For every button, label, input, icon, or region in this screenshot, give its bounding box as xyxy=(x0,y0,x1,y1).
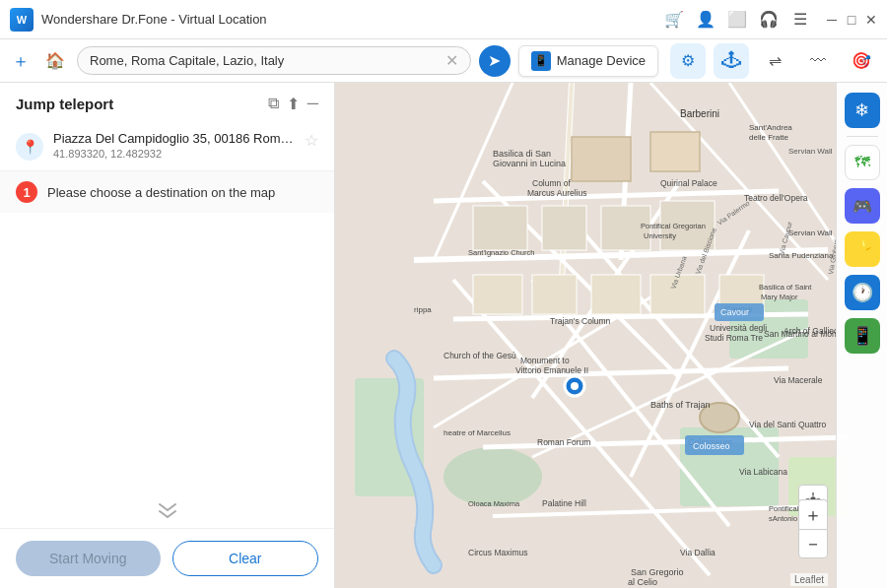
map-area[interactable]: Basilica di San Giovanni in Lucina Barbe… xyxy=(335,83,887,588)
close-button[interactable]: ✕ xyxy=(865,14,877,26)
location-icon-wrap: 📍 xyxy=(16,133,43,161)
star-app-icon[interactable]: ⭐ xyxy=(845,231,880,267)
svg-text:Church of the Gesù: Church of the Gesù xyxy=(444,351,516,360)
panel-spacer xyxy=(0,213,334,494)
svg-text:Via del Santi Quattro: Via del Santi Quattro xyxy=(749,420,827,429)
svg-rect-30 xyxy=(473,275,522,314)
zoom-in-button[interactable]: ＋ xyxy=(798,499,828,529)
titlebar: W Wondershare Dr.Fone - Virtual Location… xyxy=(0,0,887,39)
svg-text:Sant'Andrea: Sant'Andrea xyxy=(749,123,792,132)
svg-text:University: University xyxy=(644,231,676,240)
svg-text:Giovanni in Lucina: Giovanni in Lucina xyxy=(493,159,566,168)
svg-rect-32 xyxy=(591,275,641,314)
svg-text:Palatine Hill: Palatine Hill xyxy=(542,498,586,508)
svg-text:Servian Wall: Servian Wall xyxy=(788,229,833,237)
export-icon[interactable]: ⬆ xyxy=(287,95,300,113)
minimize-button[interactable]: ─ xyxy=(826,14,838,26)
svg-rect-31 xyxy=(532,275,577,314)
clear-button[interactable]: Clear xyxy=(172,541,319,576)
svg-text:Sant'Ignazio Church: Sant'Ignazio Church xyxy=(468,248,534,257)
svg-text:Cavour: Cavour xyxy=(720,307,749,317)
svg-text:Circus Maximus: Circus Maximus xyxy=(468,548,527,557)
svg-text:Colosseo: Colosseo xyxy=(693,441,730,451)
svg-text:sAntonio: sAntonio xyxy=(769,514,797,523)
headset-icon[interactable]: 🎧 xyxy=(759,10,779,30)
app-logo: W xyxy=(10,8,34,32)
minimize-panel-icon[interactable]: ─ xyxy=(307,95,318,113)
svg-text:heatre of Marcellus: heatre of Marcellus xyxy=(444,428,511,437)
svg-text:Basilica of Saint: Basilica of Saint xyxy=(759,283,812,292)
svg-text:Oloaca Maxima: Oloaca Maxima xyxy=(468,499,520,508)
building-icon: 🏠 xyxy=(41,51,69,70)
location-text: Piazza Del Campidoglio 35, 00186 Roma ..… xyxy=(53,131,295,160)
find-app-icon[interactable]: 📱 xyxy=(845,318,880,354)
chevron-down-icon[interactable] xyxy=(0,494,334,528)
error-item: 1 Please choose a destination on the map xyxy=(0,171,334,213)
svg-text:Servian Wall: Servian Wall xyxy=(788,147,833,156)
manage-device-button[interactable]: 📱 Manage Device xyxy=(518,45,658,77)
discord-app-icon[interactable]: 🎮 xyxy=(845,188,880,224)
svg-text:al Celio: al Celio xyxy=(628,577,657,587)
clock-app-icon[interactable]: 🕐 xyxy=(845,275,880,310)
location-name: Piazza Del Campidoglio 35, 00186 Roma ..… xyxy=(53,131,295,146)
go-button[interactable]: ➤ xyxy=(479,45,511,77)
start-moving-button[interactable]: Start Moving xyxy=(16,541,161,576)
joystick-toolbar-btn[interactable]: 🕹 xyxy=(714,43,749,79)
svg-text:Barberini: Barberini xyxy=(680,108,719,119)
svg-text:Baths of Trajan: Baths of Trajan xyxy=(650,400,711,410)
menu-icon[interactable]: ☰ xyxy=(790,10,810,30)
svg-text:Quirinal Palace: Quirinal Palace xyxy=(660,178,717,188)
main-area: Jump teleport ⧉ ⬆ ─ 📍 Piazza Del Campido… xyxy=(0,83,887,588)
favorite-icon[interactable]: ☆ xyxy=(305,131,318,150)
right-sidebar: ❄ 🗺 🎮 ⭐ 🕐 📱 xyxy=(836,83,887,588)
panel-footer: Start Moving Clear xyxy=(0,528,334,588)
manage-device-label: Manage Device xyxy=(557,53,646,68)
svg-text:Teatro dell'Opera: Teatro dell'Opera xyxy=(744,193,808,203)
svg-rect-27 xyxy=(542,206,586,250)
svg-text:Studi Roma Tre: Studi Roma Tre xyxy=(705,333,763,343)
path-toolbar-btn[interactable]: 〰 xyxy=(800,43,836,79)
panel-header-icons: ⧉ ⬆ ─ xyxy=(268,95,318,113)
svg-text:Via Labicana: Via Labicana xyxy=(739,467,787,477)
left-panel: Jump teleport ⧉ ⬆ ─ 📍 Piazza Del Campido… xyxy=(0,83,335,588)
snowflake-app-icon[interactable]: ❄ xyxy=(845,93,880,128)
search-input-wrap: ✕ xyxy=(77,46,471,75)
svg-rect-36 xyxy=(572,137,631,181)
svg-rect-37 xyxy=(650,132,700,171)
svg-text:delle Fratte: delle Fratte xyxy=(749,133,789,142)
svg-text:Via Dallia: Via Dallia xyxy=(680,548,716,557)
svg-text:Monument to: Monument to xyxy=(520,356,570,365)
svg-text:Via Macerale: Via Macerale xyxy=(774,375,823,385)
svg-text:Mary Major: Mary Major xyxy=(761,293,798,301)
route-toolbar-btn[interactable]: ⇌ xyxy=(757,43,792,79)
user-icon[interactable]: 👤 xyxy=(696,10,716,30)
map-attribution: Leaflet xyxy=(790,573,828,586)
svg-text:Pontifical Gregorian: Pontifical Gregorian xyxy=(641,222,706,230)
titlebar-icons: 🛒 👤 ⬜ 🎧 ☰ xyxy=(664,10,810,30)
cart-icon[interactable]: 🛒 xyxy=(664,10,684,30)
svg-text:Column of: Column of xyxy=(532,178,571,188)
copy-icon[interactable]: ⧉ xyxy=(268,95,279,113)
svg-point-5 xyxy=(444,447,542,506)
maps-app-icon[interactable]: 🗺 xyxy=(845,145,880,180)
clear-search-button[interactable]: ✕ xyxy=(445,51,458,70)
svg-rect-26 xyxy=(473,206,527,250)
zoom-out-button[interactable]: － xyxy=(798,529,828,558)
sidebar-divider-1 xyxy=(847,136,878,137)
svg-text:San Gregorio: San Gregorio xyxy=(631,567,684,577)
panel-title: Jump teleport xyxy=(16,96,113,112)
error-number-icon: 1 xyxy=(16,181,37,203)
settings-toolbar-btn[interactable]: ⚙ xyxy=(670,43,706,79)
window-controls: ─ □ ✕ xyxy=(826,14,877,26)
svg-text:Basilica di San: Basilica di San xyxy=(493,149,551,159)
svg-text:Università degli: Università degli xyxy=(710,323,767,333)
location-coords: 41.893320, 12.482932 xyxy=(53,148,295,160)
maximize-button[interactable]: □ xyxy=(846,14,857,26)
error-text: Please choose a destination on the map xyxy=(47,185,275,200)
location-item: 📍 Piazza Del Campidoglio 35, 00186 Roma … xyxy=(0,121,334,171)
add-icon[interactable]: ＋ xyxy=(8,49,34,73)
search-input[interactable] xyxy=(90,53,442,68)
window-icon[interactable]: ⬜ xyxy=(727,10,747,30)
svg-point-93 xyxy=(571,382,579,390)
target-toolbar-btn[interactable]: 🎯 xyxy=(844,43,879,79)
